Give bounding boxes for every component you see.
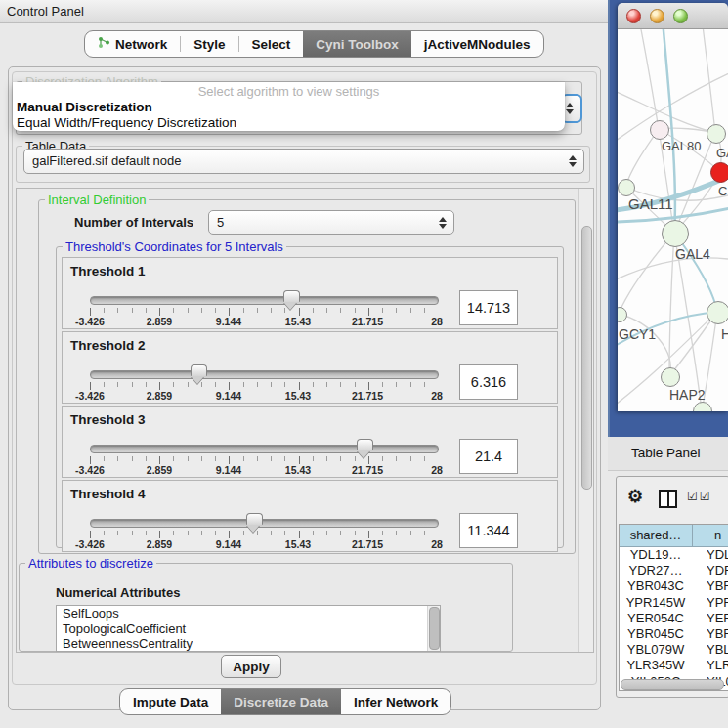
node-label: GAL4 — [675, 246, 710, 262]
network-node-selected[interactable] — [710, 162, 728, 183]
threshold-2-label: Threshold 2 — [70, 338, 146, 353]
combo-arrows-icon — [569, 155, 577, 167]
network-window-titlebar — [618, 3, 728, 29]
slider-scale-labels: -3.4262.8599.14421.71515.4328 — [90, 538, 437, 550]
network-node[interactable] — [661, 367, 680, 387]
node-label: H — [721, 326, 728, 342]
table-horizontal-scrollbar[interactable] — [621, 679, 724, 690]
table-header-row: shared… n — [620, 525, 728, 547]
slider-ticks — [90, 382, 438, 390]
threshold-2-slider-thumb[interactable] — [191, 364, 207, 376]
control-panel-titlebar — [0, 0, 608, 23]
attributes-title: Attributes to discretize — [25, 556, 156, 571]
zoom-traffic-light[interactable] — [673, 9, 688, 23]
interval-definition-title: Interval Definition — [45, 193, 149, 207]
network-node[interactable] — [662, 220, 689, 247]
slider-ticks — [90, 308, 438, 316]
apply-button[interactable]: Apply — [221, 655, 281, 678]
slider-ticks — [90, 456, 438, 464]
table-row[interactable]: YER054CYER0 — [620, 611, 728, 626]
settings-viewport: Interval Definition Number of Intervals … — [16, 188, 594, 653]
threshold-4-slider[interactable] — [90, 519, 439, 528]
network-icon — [98, 36, 110, 52]
network-node[interactable] — [707, 301, 728, 324]
threshold-4-label: Threshold 4 — [70, 487, 146, 501]
threshold-1-slider[interactable] — [90, 296, 439, 305]
tab-select[interactable]: Select — [239, 31, 304, 57]
list-item[interactable]: SelfLoops — [57, 606, 440, 621]
network-node[interactable] — [707, 124, 726, 144]
num-intervals-spinner[interactable]: 5 — [208, 210, 454, 235]
threshold-3-slider-thumb[interactable] — [357, 439, 373, 450]
split-columns-icon[interactable] — [659, 490, 677, 508]
column-header-name[interactable]: n — [693, 525, 728, 546]
threshold-2-slider[interactable] — [90, 370, 439, 379]
tab-infer-network[interactable]: Infer Network — [341, 689, 450, 714]
threshold-4-slider-thumb[interactable] — [246, 513, 263, 525]
attributes-list-scrollbar[interactable] — [427, 606, 440, 651]
node-attribute-table: shared… n YDL19…YDL1 YDR27…YDR2 YBR043CY… — [619, 524, 728, 691]
threshold-3-label: Threshold 3 — [70, 412, 146, 427]
tab-network[interactable]: Network — [85, 31, 180, 57]
threshold-row-2: Threshold 2 -3.4262.8599.14415.4321.7152… — [62, 331, 558, 404]
numerical-attributes-label: Numerical Attributes — [56, 585, 180, 600]
threshold-4-value-field[interactable]: 11.344 — [459, 513, 518, 548]
table-row[interactable]: YPR145WYPR1 — [620, 595, 728, 611]
threshold-row-4: Threshold 4 -3.4262.8599.14421.71515.432… — [62, 480, 558, 552]
table-data-combo[interactable]: galFiltered.sif default node — [23, 149, 584, 174]
settings-scrollbar[interactable] — [578, 189, 593, 652]
algorithm-dropdown-popup: Select algorithm to view settings Manual… — [13, 82, 565, 131]
column-header-shared-name[interactable]: shared… — [620, 525, 693, 546]
threshold-1-label: Threshold 1 — [70, 264, 146, 278]
threshold-row-3: Threshold 3 -3.4262.8599.14415.4321.7152… — [62, 406, 558, 478]
close-traffic-light[interactable] — [626, 9, 641, 23]
attributes-list: SelfLoops TopologicalCoefficient Between… — [56, 605, 441, 652]
threshold-1-slider-thumb[interactable] — [283, 290, 300, 302]
table-row[interactable]: YDL19…YDL1 — [620, 547, 728, 563]
thresholds-title: Threshold's Coordinates for 5 Intervals — [63, 239, 286, 254]
minimize-traffic-light[interactable] — [650, 9, 664, 23]
control-panel-tabs: Network Style Select Cyni Toolbox jActiv… — [84, 30, 544, 58]
dropdown-option-manual[interactable]: Manual Discretization — [13, 100, 565, 115]
threshold-2-value-field[interactable]: 6.316 — [459, 364, 518, 400]
threshold-row-1: Threshold 1 -3.4262.8599.14415.4321.7152… — [62, 257, 558, 329]
application-window: Control Panel ✕ Network Style Select Cyn… — [0, 0, 728, 728]
dropdown-option-equal-width[interactable]: Equal Width/Frequency Discretization — [13, 115, 565, 131]
slider-ticks — [90, 531, 438, 538]
tab-style[interactable]: Style — [181, 31, 237, 57]
node-label: GAL11 — [628, 195, 673, 212]
dropdown-placeholder-item[interactable]: Select algorithm to view settings — [13, 82, 565, 100]
checkbox-icons[interactable]: ☑☑ — [687, 490, 712, 503]
table-row[interactable]: YBR043CYBR0 — [620, 578, 728, 594]
slider-scale-labels: -3.4262.8599.14415.4321.71528 — [90, 316, 437, 327]
tab-discretize-data[interactable]: Discretize Data — [221, 689, 341, 714]
threshold-3-slider[interactable] — [90, 445, 439, 453]
node-label: GAL80 — [662, 139, 701, 153]
network-node[interactable] — [650, 120, 669, 140]
network-canvas[interactable]: GAL80 GA C GAL11 GAL4 GCY1 H HAP2 — [618, 29, 728, 411]
threshold-3-value-field[interactable]: 21.4 — [459, 439, 518, 474]
slider-scale-labels: -3.4262.8599.14415.4321.71528 — [90, 390, 437, 402]
tab-cyni-toolbox[interactable]: Cyni Toolbox — [303, 31, 411, 57]
threshold-1-value-field[interactable]: 14.713 — [459, 290, 518, 325]
spinner-arrows-icon — [439, 217, 447, 229]
node-label: C — [718, 184, 727, 198]
cyni-mode-tabs: Impute Data Discretize Data Infer Networ… — [119, 688, 451, 715]
list-item[interactable]: BetweennessCentrality — [57, 636, 440, 652]
num-intervals-label: Number of Intervals — [74, 215, 193, 230]
gear-icon[interactable]: ⚙ — [627, 486, 643, 507]
tab-jactivemnodules[interactable]: jActiveMNodules — [411, 31, 543, 57]
node-label: GCY1 — [619, 326, 656, 342]
table-row[interactable]: YBL079WYBL0 — [620, 642, 728, 658]
tab-impute-data[interactable]: Impute Data — [120, 689, 221, 714]
table-row[interactable]: YDR27…YDR2 — [620, 563, 728, 578]
table-row[interactable]: YBR045CYBR0 — [620, 626, 728, 642]
table-row[interactable]: YLR345WYLR3 — [620, 658, 728, 673]
slider-scale-labels: -3.4262.8599.14415.4321.71528 — [90, 464, 437, 476]
table-data-value: galFiltered.sif default node — [32, 150, 181, 172]
network-node[interactable] — [618, 179, 635, 196]
list-item[interactable]: TopologicalCoefficient — [57, 621, 440, 637]
num-intervals-value: 5 — [217, 211, 224, 234]
node-label: HAP2 — [669, 387, 706, 403]
control-panel-title: Control Panel — [7, 0, 84, 22]
